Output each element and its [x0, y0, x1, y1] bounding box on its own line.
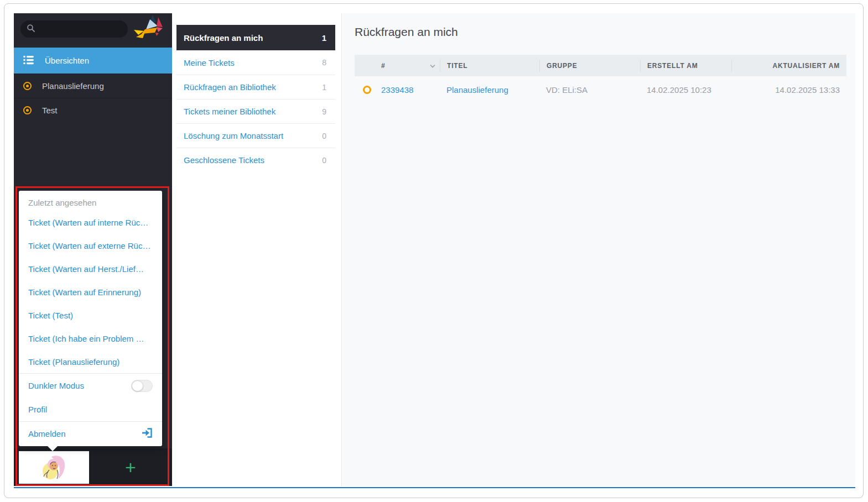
- overview-count: 0: [322, 156, 326, 165]
- profile-menu-item[interactable]: Profil: [19, 398, 162, 421]
- profile-label: Profil: [28, 405, 47, 414]
- overview-item-loeschung-zum-monatsstart[interactable]: Löschung zum Monatsstart 0: [176, 123, 335, 148]
- overview-count: 1: [322, 33, 326, 43]
- sidebar-item-uebersichten[interactable]: Übersichten: [14, 48, 172, 74]
- recent-ticket-link[interactable]: Ticket (Warten auf Herst./Lief…: [19, 257, 162, 280]
- sidebar-item-test[interactable]: Test: [14, 98, 172, 122]
- recent-ticket-link[interactable]: Ticket (Ich habe ein Problem …: [19, 327, 162, 350]
- sidebar-menu: Übersichten Planauslieferung Test: [14, 48, 172, 122]
- search-bar[interactable]: [20, 20, 128, 38]
- taskbar: +: [14, 448, 172, 486]
- sidebar-item-label: Test: [42, 106, 58, 115]
- overview-label: Meine Tickets: [184, 58, 235, 67]
- sidebar-item-planauslieferung[interactable]: Planauslieferung: [14, 74, 172, 98]
- overview-label: Löschung zum Monatsstart: [184, 131, 283, 140]
- add-tab-button[interactable]: +: [89, 448, 172, 486]
- overview-count: 1: [322, 83, 326, 92]
- dark-mode-label: Dunkler Modus: [28, 381, 84, 390]
- logout-icon: [141, 427, 153, 440]
- overview-count: 0: [322, 132, 326, 140]
- sort-chevron-icon[interactable]: [430, 62, 440, 70]
- overviews-column: Rückfragen an mich 1 Meine Tickets 8 Rüc…: [172, 13, 342, 486]
- recently-viewed-heading: Zuletzt angesehen: [19, 191, 162, 211]
- recent-ticket-link[interactable]: Ticket (Test): [19, 304, 162, 327]
- overview-label: Rückfragen an Bibliothek: [184, 82, 276, 92]
- overviews-list: Rückfragen an mich 1 Meine Tickets 8 Rüc…: [176, 25, 335, 172]
- app-window: Übersichten Planauslieferung Test: [4, 3, 864, 498]
- overview-item-tickets-meiner-bibliothek[interactable]: Tickets meiner Bibliothek 9: [176, 99, 335, 123]
- overview-count: 8: [322, 58, 326, 67]
- ticket-updated-at: 14.02.2025 13:33: [731, 85, 846, 95]
- overview-label: Rückfragen an mich: [184, 33, 263, 43]
- main-content: Rückfragen an mich # TITEL GRUPPE ERSTEL…: [342, 13, 855, 486]
- title-column-header[interactable]: TITEL: [440, 60, 539, 72]
- ticket-state-cell: [355, 86, 375, 94]
- toggle-knob: [132, 380, 143, 391]
- dark-mode-toggle[interactable]: [131, 380, 153, 392]
- dark-mode-menu-item[interactable]: Dunkler Modus: [19, 374, 162, 398]
- app-container: Übersichten Planauslieferung Test: [14, 13, 855, 488]
- zammad-logo-icon: [134, 15, 169, 45]
- recent-ticket-link[interactable]: Ticket (Warten auf externe Rüc…: [19, 234, 162, 257]
- ticket-created-at: 14.02.2025 10:23: [640, 85, 731, 95]
- overview-item-rueckfragen-an-bibliothek[interactable]: Rückfragen an Bibliothek 1: [176, 75, 335, 99]
- search-input[interactable]: [40, 25, 123, 34]
- overview-label: Geschlossene Tickets: [184, 155, 264, 165]
- created-column-header[interactable]: ERSTELLT AM: [640, 60, 731, 72]
- pending-state-icon: [363, 86, 371, 94]
- logout-label: Abmelden: [28, 429, 66, 438]
- overview-count: 9: [322, 107, 326, 116]
- page-title: Rückfragen an mich: [355, 25, 458, 39]
- ticket-number-link[interactable]: 2339438: [381, 85, 413, 95]
- recent-ticket-link[interactable]: Ticket (Planauslieferung): [19, 350, 162, 373]
- sidebar-item-label: Übersichten: [45, 56, 89, 65]
- ticket-group: VD: ELi:SA: [539, 85, 640, 95]
- overview-item-rueckfragen-an-mich[interactable]: Rückfragen an mich 1: [176, 25, 335, 50]
- overview-item-meine-tickets[interactable]: Meine Tickets 8: [176, 50, 335, 75]
- plus-icon: +: [125, 457, 136, 478]
- user-avatar[interactable]: [19, 451, 89, 484]
- number-column-header[interactable]: #: [375, 62, 440, 70]
- search-icon: [27, 24, 35, 35]
- updated-column-header[interactable]: AKTUALISIERT AM: [731, 60, 846, 72]
- recent-ticket-link[interactable]: Ticket (Warten auf interne Rüc…: [19, 211, 162, 234]
- ticket-state-icon: [23, 82, 32, 90]
- recent-ticket-link[interactable]: Ticket (Warten auf Erinnerung): [19, 280, 162, 304]
- overview-item-geschlossene-tickets[interactable]: Geschlossene Tickets 0: [176, 148, 335, 172]
- table-row[interactable]: 2339438 Planauslieferung VD: ELi:SA 14.0…: [355, 76, 846, 103]
- list-icon: [23, 55, 34, 66]
- overview-label: Tickets meiner Bibliothek: [184, 107, 276, 116]
- ticket-title-link[interactable]: Planauslieferung: [446, 85, 508, 95]
- ticket-state-icon: [23, 106, 32, 114]
- user-menu-popup: Zuletzt angesehen Ticket (Warten auf int…: [19, 191, 162, 446]
- sidebar-item-label: Planauslieferung: [42, 81, 104, 91]
- logout-menu-item[interactable]: Abmelden: [19, 422, 162, 446]
- table-header-row: # TITEL GRUPPE ERSTELLT AM AKTUALISIERT …: [355, 55, 846, 76]
- group-column-header[interactable]: GRUPPE: [539, 60, 640, 72]
- ticket-table: # TITEL GRUPPE ERSTELLT AM AKTUALISIERT …: [355, 55, 846, 103]
